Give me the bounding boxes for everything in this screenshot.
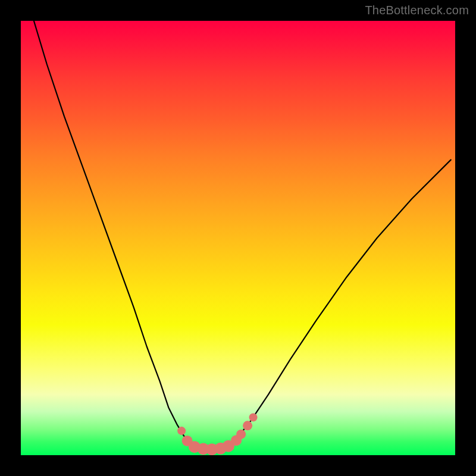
watermark-text: TheBottleneck.com [365,4,469,17]
chart-frame: TheBottleneck.com [0,0,476,476]
chart-svg [21,21,455,455]
highlight-dot [177,427,186,435]
bottleneck-curve [34,21,451,450]
highlight-dot [243,421,252,430]
plot-area [21,21,455,455]
highlight-dot [236,430,246,439]
highlight-dot [249,413,258,421]
